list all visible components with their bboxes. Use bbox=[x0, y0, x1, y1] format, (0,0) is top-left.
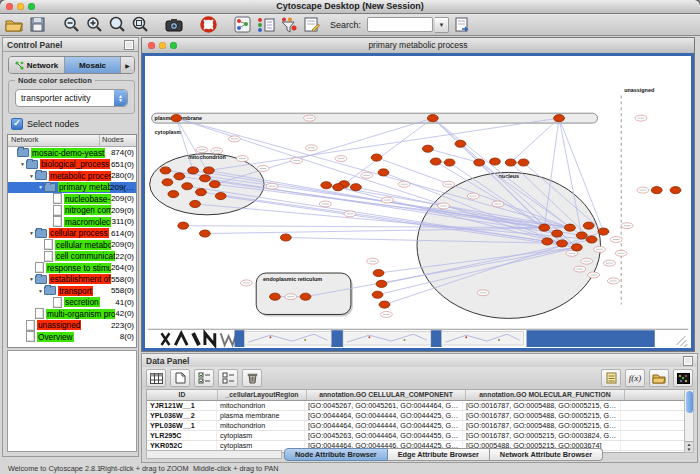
network-node[interactable] bbox=[422, 145, 433, 152]
tree-row[interactable]: ▼biological_process651(0) bbox=[8, 159, 136, 171]
table-row[interactable]: YJR121W__1mitochondrion[GO:0045267, GO:0… bbox=[147, 401, 687, 411]
search-dropdown-arrow[interactable]: ▼ bbox=[435, 17, 449, 33]
unselect-attributes-icon[interactable] bbox=[218, 369, 238, 387]
network-node[interactable] bbox=[557, 240, 568, 247]
network-node[interactable] bbox=[444, 159, 455, 166]
network-node[interactable] bbox=[583, 222, 594, 229]
tree-row[interactable]: ▼primary metabo209(… bbox=[8, 182, 136, 194]
column-header[interactable]: _cellularLayoutRegion bbox=[218, 390, 307, 400]
network-node[interactable] bbox=[188, 167, 199, 174]
tree-expand-arrow[interactable]: ▼ bbox=[19, 161, 26, 167]
network-node[interactable] bbox=[168, 191, 179, 198]
network-node[interactable] bbox=[182, 183, 193, 190]
network-node[interactable] bbox=[215, 193, 226, 200]
table-row[interactable]: YLR295Ccytoplasm[GO:0045263, GO:0044464,… bbox=[147, 431, 687, 441]
tab-overflow-arrow[interactable]: ▶ bbox=[121, 57, 134, 73]
table-vertical-scrollbar[interactable]: ▲▼ bbox=[684, 389, 694, 453]
tree-row[interactable]: cellular metabol209(0) bbox=[8, 239, 136, 251]
network-node[interactable] bbox=[160, 167, 171, 174]
network-node[interactable] bbox=[174, 173, 185, 180]
network-node[interactable] bbox=[539, 224, 550, 231]
table-row[interactable]: YPL036W__2plasma membrane[GO:0044464, GO… bbox=[147, 411, 687, 421]
tab-network-attribute-browser[interactable]: Network Attribute Browser bbox=[490, 448, 603, 461]
tree-row[interactable]: mosaic-demo-yeast874(0) bbox=[8, 147, 136, 159]
network-node[interactable] bbox=[670, 187, 681, 194]
network-node[interactable] bbox=[598, 228, 609, 235]
scrollbar-arrows[interactable]: ▲▼ bbox=[685, 441, 693, 452]
zoom-in-icon[interactable] bbox=[84, 16, 104, 34]
tree-row[interactable]: ▼establishment of lo558(0) bbox=[8, 274, 136, 286]
network-node[interactable] bbox=[571, 244, 582, 251]
network-node[interactable] bbox=[196, 189, 207, 196]
network-node[interactable] bbox=[270, 293, 281, 300]
scrollbar-thumb[interactable] bbox=[686, 391, 693, 413]
network-node[interactable] bbox=[372, 291, 383, 298]
network-node[interactable] bbox=[371, 154, 382, 161]
network-node[interactable] bbox=[178, 222, 189, 229]
float-panel-icon[interactable] bbox=[124, 40, 134, 50]
network-node[interactable] bbox=[373, 269, 384, 276]
zoom-selected-icon[interactable] bbox=[107, 16, 127, 34]
network-node[interactable] bbox=[474, 159, 485, 166]
tree-row[interactable]: nitrogen compo209(0) bbox=[8, 205, 136, 217]
search-input[interactable] bbox=[367, 17, 433, 32]
select-attributes-icon[interactable] bbox=[194, 369, 214, 387]
tree-row[interactable]: ▼cellular process614(0) bbox=[8, 228, 136, 240]
matrix-icon[interactable] bbox=[673, 369, 693, 387]
column-header[interactable]: annotation.GO CELLULAR_COMPONENT bbox=[307, 390, 466, 400]
column-header[interactable]: annotation.GO MOLECULAR_FUNCTION bbox=[466, 390, 625, 400]
help-ring-icon[interactable] bbox=[198, 16, 218, 34]
column-header[interactable]: ID bbox=[147, 390, 218, 400]
network-node[interactable] bbox=[564, 224, 575, 231]
network-node[interactable] bbox=[190, 200, 201, 207]
network-window-title-bar[interactable]: primary metabolic process bbox=[142, 38, 694, 54]
tree-row[interactable]: macromolecule311(0) bbox=[8, 216, 136, 228]
network-node[interactable] bbox=[505, 159, 516, 166]
import-folder-icon[interactable] bbox=[649, 369, 669, 387]
save-icon[interactable] bbox=[27, 16, 47, 34]
zoom-fit-icon[interactable] bbox=[130, 16, 150, 34]
tree-expand-arrow[interactable]: ▼ bbox=[28, 276, 35, 282]
tree-col-nodes[interactable]: Nodes bbox=[100, 135, 136, 146]
tree-row[interactable]: multi-organism pro42(0) bbox=[8, 308, 136, 320]
tree-col-network[interactable]: Network bbox=[8, 135, 100, 146]
vizmapper-icon[interactable] bbox=[255, 16, 275, 34]
tree-row[interactable]: Overview8(0) bbox=[8, 331, 136, 343]
notes-icon[interactable] bbox=[601, 369, 621, 387]
network-overview-icon[interactable] bbox=[232, 16, 252, 34]
tree-row[interactable]: cell communicat22(0) bbox=[8, 251, 136, 263]
network-node[interactable] bbox=[427, 115, 438, 122]
tab-network[interactable]: Network bbox=[9, 57, 65, 73]
new-attribute-icon[interactable] bbox=[170, 369, 190, 387]
network-node[interactable] bbox=[378, 169, 389, 176]
snapshot-camera-icon[interactable] bbox=[164, 16, 184, 34]
network-node[interactable] bbox=[379, 301, 390, 308]
network-node[interactable] bbox=[376, 280, 387, 287]
delete-attribute-icon[interactable] bbox=[242, 369, 262, 387]
network-node[interactable] bbox=[554, 115, 565, 122]
table-row[interactable]: YPL036W__1mitochondrion[GO:0044464, GO:0… bbox=[147, 421, 687, 431]
network-node[interactable] bbox=[651, 187, 662, 194]
network-node[interactable] bbox=[209, 181, 220, 188]
network-node[interactable] bbox=[333, 184, 344, 191]
network-canvas[interactable]: plasma membranecytoplasmmitochondrionnuc… bbox=[145, 56, 691, 348]
network-node[interactable] bbox=[199, 230, 210, 237]
tree-row[interactable]: secretion41(0) bbox=[8, 297, 136, 309]
network-node[interactable] bbox=[280, 234, 291, 241]
tree-expand-arrow[interactable]: ▼ bbox=[37, 288, 44, 294]
network-node[interactable] bbox=[203, 167, 214, 174]
network-node[interactable] bbox=[171, 115, 182, 122]
tree-row[interactable]: nucleobase-209(0) bbox=[8, 193, 136, 205]
network-node[interactable] bbox=[350, 184, 361, 191]
annotation-icon[interactable] bbox=[301, 16, 321, 34]
network-node[interactable] bbox=[518, 159, 529, 166]
network-node[interactable] bbox=[162, 179, 173, 186]
tree-expand-arrow[interactable]: ▼ bbox=[37, 184, 44, 190]
network-node[interactable] bbox=[576, 232, 587, 239]
filter-icon[interactable] bbox=[278, 16, 298, 34]
tree-row[interactable]: response to stimul264(0) bbox=[8, 262, 136, 274]
table-horizontal-scrollbar[interactable] bbox=[146, 450, 282, 459]
tree-expand-arrow[interactable]: ▼ bbox=[28, 173, 35, 179]
tab-mosaic[interactable]: Mosaic bbox=[65, 57, 121, 73]
network-node[interactable] bbox=[300, 293, 311, 300]
